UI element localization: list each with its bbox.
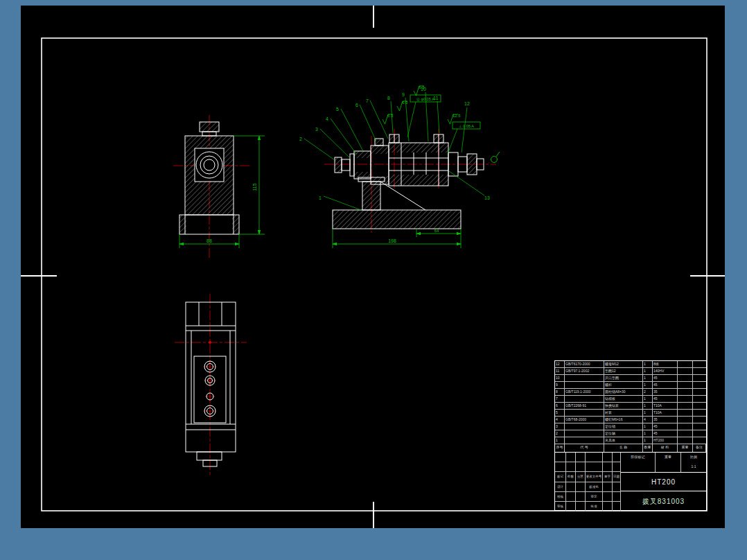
cad-screen: 115 88 [0, 0, 747, 560]
bom-cell-no: 1 [555, 437, 565, 444]
title-block-left-cell [603, 453, 613, 462]
bom-cell-no: 3 [555, 423, 565, 430]
title-block-left-cell [613, 453, 621, 462]
bom-cell-note [693, 403, 706, 410]
callout-2: 2 [299, 137, 302, 141]
title-block-left-cell: 标记 [555, 472, 566, 482]
bom-cell-name: 圆柱销A8×30 [604, 389, 643, 396]
title-block-left-cell [566, 462, 576, 472]
bom-cell-no: 2 [555, 430, 565, 437]
front-view: 115 88 [173, 115, 265, 259]
title-block-revision-area: 标记处数分区更改文件号签字日期设计标准化校核审定审核批准 [555, 453, 621, 511]
dim-front-width: 88 [206, 238, 212, 243]
datum-target-symbol [491, 152, 500, 163]
title-block-left-cell: 设计 [555, 482, 566, 492]
bom-row: 2定位轴145 [555, 430, 706, 437]
bom-cell-no: 5 [555, 410, 565, 417]
bom-cell-weight [678, 430, 693, 437]
bom-table: 12GB/T6170-2000螺母M1218级11GB/T97.1-2002垫圈… [555, 361, 706, 453]
bom-cell-qty: 4 [643, 417, 653, 423]
bom-cell-qty: 1 [643, 430, 653, 437]
title-block-left-cell: 分区 [576, 472, 586, 482]
bom-cell-qty: 1 [643, 396, 653, 403]
center-point [209, 341, 211, 344]
bom-row: 12GB/T6170-2000螺母M1218级 [555, 361, 706, 368]
bom-cell-note [693, 375, 706, 382]
bom-cell-note [693, 423, 706, 430]
bom-cell-qty: 1 [643, 437, 653, 444]
bom-cell-note [693, 368, 706, 375]
part-name-cell: 拨叉831003 [621, 491, 706, 511]
bom-cell-qty: 2 [643, 389, 653, 396]
title-block-left-cell: 审核 [555, 502, 566, 511]
title-block-left-cell: 更改文件号 [586, 472, 603, 482]
bom-cell-weight [678, 437, 693, 444]
callout-7: 7 [366, 98, 369, 103]
bom-header-cell: 序号 [555, 444, 565, 452]
callout-13: 13 [484, 195, 490, 200]
bom-row: 4GB/T68-2000螺钉M6×16435 [555, 417, 706, 423]
title-block-left-row: 审核批准 [555, 502, 620, 511]
bom-cell-code [565, 437, 604, 444]
bom-cell-weight [678, 389, 693, 396]
title-block-left-row [555, 462, 620, 472]
bom-rows-container: 12GB/T6170-2000螺母M1218级11GB/T97.1-2002垫圈… [555, 361, 706, 444]
title-block-left-cell [603, 462, 613, 472]
title-block-left-cell [613, 492, 621, 502]
bom-cell-no: 7 [555, 396, 565, 403]
callout-9: 9 [402, 92, 405, 97]
section-view: ◎ φ0.05 A ⊥ 0.05 A 6.3 6.3 6.3 [299, 85, 500, 248]
bom-row: 11GB/T97.1-2002垫圈121140HV [555, 368, 706, 375]
bom-row: 1夹具体1HT200 [555, 437, 706, 444]
callout-12: 12 [464, 101, 470, 106]
callout-3: 3 [315, 127, 318, 132]
title-block-left-row: 标记处数分区更改文件号签字日期 [555, 472, 620, 482]
bom-cell-note [693, 389, 706, 396]
dim-front-height: 115 [252, 183, 257, 191]
title-block-left-row: 设计标准化 [555, 482, 620, 492]
bom-header-cell: 材 料 [653, 444, 678, 452]
callout-5: 5 [336, 107, 339, 112]
bom-cell-weight [678, 423, 693, 430]
callout-4: 4 [326, 116, 328, 121]
bom-row: 7钻模板145 [555, 396, 706, 403]
bom-header-cell: 备注 [693, 444, 706, 452]
gdt-frame-2: ⊥ 0.05 A [459, 124, 474, 128]
bom-cell-qty: 1 [643, 410, 653, 417]
bom-cell-weight [678, 410, 693, 417]
bom-cell-code [565, 375, 604, 382]
bom-cell-code [565, 410, 604, 417]
bom-cell-name: 垫圈12 [604, 368, 643, 375]
bom-cell-weight [678, 361, 693, 368]
dim-base-step: 64 [434, 229, 439, 233]
title-block-left-cell [603, 482, 613, 492]
bom-cell-name: 衬套 [604, 410, 643, 417]
title-block-left-row [555, 453, 620, 462]
title-block-left-cell [576, 502, 586, 511]
weight-label: 重量 [656, 453, 681, 462]
bom-cell-code [565, 430, 604, 437]
bom-cell-material: 45 [653, 375, 678, 382]
title-block-left-cell [603, 492, 613, 502]
bom-cell-material: T10A [653, 403, 678, 410]
bom-cell-qty: 1 [643, 375, 653, 382]
bom-row: 9螺杆145 [555, 382, 706, 389]
bom-cell-no: 6 [555, 403, 565, 410]
bom-header-row: 序号代 号名 称数量材 料重量备注 [555, 444, 706, 452]
bom-cell-weight [678, 403, 693, 410]
callout-11: 11 [433, 96, 438, 100]
bom-cell-name: 定位轴 [604, 430, 643, 437]
title-block-left-cell: 审定 [586, 492, 603, 502]
bottom-outline [186, 302, 236, 466]
title-block-left-cell [613, 482, 621, 492]
bom-row: 6GB/T2268-91快换钻套1T10A [555, 403, 706, 410]
svg-text:12.5: 12.5 [452, 114, 461, 118]
title-block-left-cell: 日期 [613, 472, 621, 482]
bom-header-cell: 数量 [643, 444, 653, 452]
title-block-left-cell: 批准 [586, 502, 603, 511]
bom-cell-code [565, 396, 604, 403]
svg-text:6.3: 6.3 [387, 114, 394, 118]
title-block-left-cell [586, 462, 603, 472]
bom-cell-qty: 1 [643, 382, 653, 389]
callout-1: 1 [319, 195, 322, 200]
